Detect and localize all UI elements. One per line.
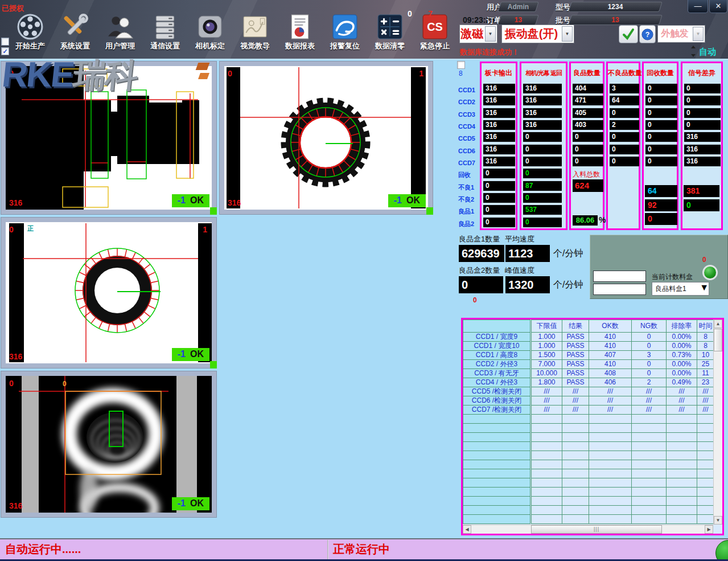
chevron-down-icon[interactable]: ▼ (485, 26, 496, 42)
qc-empty-cell (667, 515, 697, 524)
toolbar-button-alarm-reset[interactable]: 报警复位 (324, 14, 365, 50)
qc-table-row[interactable]: CCD7 /检测关闭////////////////// (463, 406, 714, 415)
tray-status-lamp (702, 265, 718, 280)
header-checkbox-checked[interactable]: ✓ (1, 47, 9, 55)
vibration-plate-combo[interactable]: 振动盘(开) ▼ (501, 24, 574, 43)
stat-value-box: 316 (523, 96, 562, 105)
minimize-button[interactable]: — (688, 0, 708, 13)
toolbar-button-data-report[interactable]: 数据报表 (279, 14, 320, 50)
help-button[interactable]: ? (639, 25, 656, 43)
stats-column-recycle-count: 回收数量 0000000 64 92 0 (642, 62, 678, 230)
qc-empty-cell (697, 424, 714, 433)
qc-table-row[interactable]: CCD2 / 外径37.000PASS41000.00%25 (463, 360, 714, 369)
camera-view-3[interactable]: 0 正 1 316 -1OK (1, 218, 216, 368)
toolbar-button-system-settings[interactable]: 系统设置 (55, 14, 96, 50)
scroll-left-icon[interactable]: ◀ (463, 525, 471, 534)
order-field: 13 (497, 15, 539, 25)
tray-input-1[interactable] (593, 271, 646, 282)
qc-cell: /// (632, 406, 667, 415)
qc-vertical-scrollbar[interactable]: ▲ ▼ (713, 320, 722, 525)
close-button[interactable]: ✕ (709, 0, 727, 13)
camera2-flag: 1 (419, 69, 423, 77)
stat-value-box: 0 (684, 96, 721, 105)
toolbar-button-vision-teaching[interactable]: 视觉教导 (235, 14, 275, 50)
qc-cell: /// (589, 406, 632, 415)
stat-value-box: 0 (523, 157, 562, 166)
toolbar-label: 报警复位 (330, 42, 360, 50)
qc-empty-cell (589, 469, 632, 478)
stat-value-box: 316 (523, 120, 562, 130)
camera2-corner-marker (426, 207, 433, 215)
qc-empty-cell (632, 433, 667, 442)
chevron-down-icon[interactable]: ▼ (700, 282, 709, 295)
auto-mode-label: 自动 (699, 47, 716, 56)
toolbar-button-start-production[interactable]: 开始生产 (10, 14, 51, 50)
qc-empty-cell (531, 451, 562, 460)
stat-value-box: 316 (523, 108, 562, 118)
scroll-right-icon[interactable]: ▶ (705, 525, 713, 534)
toolbar-button-emergency-stop[interactable]: CS 紧急停止 (414, 14, 455, 50)
toolbar-button-data-clear[interactable]: 数据清零 (369, 14, 410, 50)
qc-cell: 406 (589, 378, 632, 387)
confirm-button[interactable] (619, 25, 638, 43)
qc-table-row[interactable]: CCD5 /检测关闭////////////////// (463, 387, 714, 396)
qc-table-row[interactable]: CCD1 / 宽度91.000PASS41000.00%8 (463, 333, 714, 342)
spinner-down-icon[interactable] (691, 54, 696, 57)
qc-cell: 25 (697, 360, 714, 369)
stat-value-box: 0 (483, 218, 515, 227)
status-bar: 自动运行中...... 正常运行中 (0, 538, 728, 559)
qc-empty-cell (531, 424, 562, 433)
auto-spinner[interactable] (691, 46, 697, 57)
magnetize-combo[interactable]: 激磁 ▼ (459, 24, 497, 43)
lamp-count: 0 (702, 256, 706, 263)
box1-count-label: 良品盒1数量 (459, 235, 500, 243)
toolbar-button-communication-settings[interactable]: 通信设置 (145, 14, 186, 50)
qc-column-header: 排除率 (667, 320, 697, 333)
signal-extra-value: 0 (684, 199, 719, 211)
qc-hscroll-thumb[interactable]: ||| (531, 525, 662, 534)
stat-value-box: 0 (523, 132, 562, 142)
stat-value-box: 0 (645, 145, 677, 154)
tray-select-combo[interactable]: 良品料盒1 ▼ (652, 282, 709, 296)
qc-cell: /// (632, 396, 667, 406)
stats-checkbox[interactable] (457, 61, 465, 69)
qc-cell: /// (562, 396, 589, 406)
qc-empty-row (463, 415, 714, 424)
box2-count-label: 良品盒2数量 (459, 267, 500, 274)
toolbar-button-camera-calibration[interactable]: 相机标定 (190, 14, 231, 50)
camera-view-2[interactable]: 0 1 316 -1OK (220, 62, 433, 214)
camera1-corner-marker (210, 207, 217, 215)
chevron-down-icon[interactable]: ▼ (562, 26, 573, 42)
qc-table-row[interactable]: CCD1 / 高度81.500PASS40730.73%10 (463, 351, 714, 360)
camera-view-1[interactable]: 0 316 -1OK (1, 62, 216, 214)
qc-table-row[interactable]: CCD4 / 外径31.800PASS40620.49%23 (463, 378, 714, 387)
recycle-extra-value: 64 (645, 185, 677, 197)
qc-table-row[interactable]: CCD6 /检测关闭////////////////// (463, 396, 714, 406)
qc-empty-cell (589, 415, 632, 424)
tray-input-2[interactable] (593, 284, 646, 295)
qc-empty-cell (562, 460, 589, 469)
qc-table-row[interactable]: CCD3 / 有无牙10.000PASS40800.00%11 (463, 369, 714, 378)
camera-view-4[interactable]: 0 0 316 -1OK (1, 371, 216, 517)
qc-empty-cell (697, 497, 714, 506)
header-checkbox-unchecked[interactable] (1, 38, 9, 46)
qc-empty-cell (562, 469, 589, 478)
chevron-down-icon[interactable]: ▼ (693, 27, 704, 41)
qc-cell: PASS (562, 351, 589, 360)
scroll-down-icon[interactable]: ▼ (714, 516, 722, 525)
toolbar-button-user-management[interactable]: 用户管理 (100, 14, 141, 50)
qc-empty-cell (562, 424, 589, 433)
qc-row-label: CCD5 /检测关闭 (463, 387, 531, 396)
toolbar-label: 相机标定 (195, 42, 225, 50)
trigger-mode-combo[interactable]: 外触发 ▼ (657, 25, 705, 43)
toolbar-label: 用户管理 (105, 42, 135, 50)
scroll-up-icon[interactable]: ▲ (714, 320, 722, 328)
camera4-counter: 316 (9, 502, 22, 510)
qc-empty-cell (589, 478, 632, 488)
qc-table-row[interactable]: CCD1 / 宽度101.000PASS41000.00%8 (463, 342, 714, 351)
qc-vscroll-thumb[interactable] (714, 329, 722, 351)
stat-value-box: 0 (523, 145, 562, 154)
qc-horizontal-scrollbar[interactable]: ◀ ||| ▶ (463, 525, 713, 534)
production-stats-panel: 8 CCD1CCD2CCD3CCD4CCD5CCD6CCD7回收不良1不良2良品… (455, 60, 725, 230)
spinner-up-icon[interactable] (691, 46, 696, 48)
